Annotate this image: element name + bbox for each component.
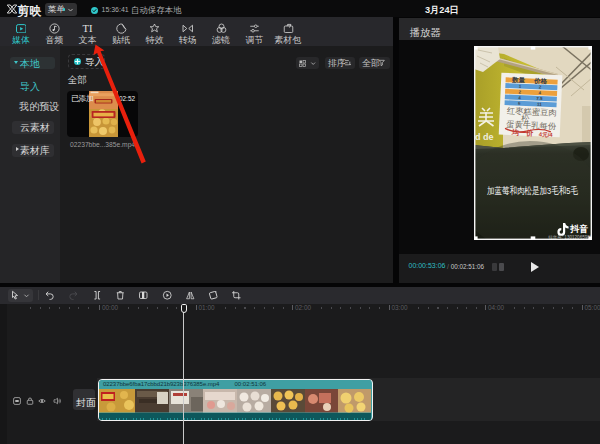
svg-text:均一价: 均一价 xyxy=(511,127,535,137)
svg-text:抖音: 抖音 xyxy=(569,223,588,233)
svg-text:加蓝莓和肉松是加3毛和5毛: 加蓝莓和肉松是加3毛和5毛 xyxy=(487,185,578,196)
svg-text:11: 11 xyxy=(537,101,542,106)
svg-text:d de: d de xyxy=(475,132,494,142)
svg-text:7.5: 7.5 xyxy=(536,95,543,100)
